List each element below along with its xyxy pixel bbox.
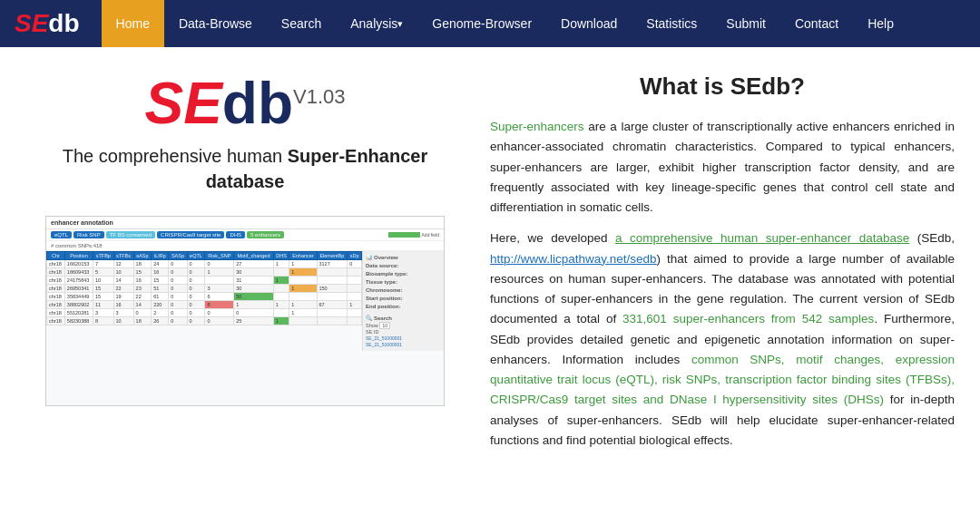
- right-panel: What is SEdb? Super-enhancers are a larg…: [472, 47, 980, 480]
- nav-analysis[interactable]: Analysis: [336, 0, 417, 47]
- logo-se: SE: [15, 9, 48, 38]
- hero-logo-db: db: [222, 71, 293, 136]
- nav-data-browse[interactable]: Data-Browse: [164, 0, 267, 47]
- description-text: Super-enhancers are a large cluster of t…: [490, 117, 955, 451]
- site-logo: SEdb: [15, 9, 80, 38]
- hero-logo-se: SE: [144, 71, 221, 136]
- nav-contact[interactable]: Contact: [780, 0, 853, 47]
- stats-text: 331,601 super-enhancers from 542 samples: [622, 312, 874, 325]
- nav-search[interactable]: Search: [267, 0, 336, 47]
- nav-help[interactable]: Help: [853, 0, 908, 47]
- nav-genome-browser[interactable]: Genome-Browser: [417, 0, 546, 47]
- mockup-data-table: ChrPositionsTFBpsTFBseASptLIRpSASpeQTLRi…: [46, 251, 362, 325]
- tagline: The comprehensive human Super-Enhancer d…: [63, 143, 427, 194]
- tagline-suffix: database: [206, 171, 285, 191]
- nav-download[interactable]: Download: [546, 0, 632, 47]
- nav-home[interactable]: Home: [102, 0, 164, 47]
- mockup-btn-risksnp[interactable]: Risk SNP: [74, 231, 104, 238]
- screenshot-mockup: enhancer annotation eQTL Risk SNP TF BS …: [45, 216, 445, 406]
- mockup-side-panel: 📊Overview Data source: Biosample type: T…: [362, 251, 444, 351]
- para2-start: Here, we developed: [490, 231, 615, 245]
- comprehensive-link[interactable]: a comprehensive human super-enhancer dat…: [615, 231, 909, 245]
- left-panel: SEdbV1.03 The comprehensive human Super-…: [0, 47, 472, 480]
- mockup-btn-tfbs[interactable]: TF BS conserved: [106, 231, 155, 238]
- nav-items: Home Data-Browse Search Analysis Genome-…: [102, 0, 908, 47]
- mockup-btn-enhancers[interactable]: 5 enhancers: [247, 231, 284, 238]
- para2-mid: (SEdb,: [909, 231, 955, 245]
- nav-submit[interactable]: Submit: [711, 0, 780, 47]
- page-title: What is SEdb?: [490, 73, 955, 101]
- mockup-btn-crispr[interactable]: CRISPR/Cas9 target site: [157, 231, 224, 238]
- paragraph-2: Here, we developed a comprehensive human…: [490, 228, 955, 451]
- mockup-table-area: ChrPositionsTFBpsTFBseASptLIRpSASpeQTLRi…: [46, 251, 362, 351]
- tagline-bold: Super-Enhancer: [288, 146, 428, 166]
- mockup-btn-eqtl[interactable]: eQTL: [51, 231, 72, 238]
- url-link[interactable]: http://www.licpathway.net/sedb: [490, 252, 657, 266]
- hero-logo: SEdbV1.03: [144, 74, 345, 132]
- paragraph1-text: are a large cluster of transcriptionally…: [490, 120, 955, 214]
- mockup-toolbar: eQTL Risk SNP TF BS conserved CRISPR/Cas…: [46, 229, 444, 241]
- super-enhancers-link[interactable]: Super-enhancers: [490, 120, 584, 133]
- logo-db: db: [48, 9, 79, 38]
- navbar: SEdb Home Data-Browse Search Analysis Ge…: [0, 0, 980, 47]
- mockup-header-label: enhancer annotation: [46, 217, 444, 229]
- paragraph-1: Super-enhancers are a large cluster of t…: [490, 117, 955, 218]
- mockup-content: ChrPositionsTFBpsTFBseASptLIRpSASpeQTLRi…: [46, 251, 444, 351]
- nav-statistics[interactable]: Statistics: [632, 0, 711, 47]
- hero-version: V1.03: [293, 85, 346, 108]
- mockup-btn-dhs[interactable]: DHS: [226, 231, 245, 238]
- tagline-prefix: The comprehensive human: [63, 146, 288, 166]
- main-content: SEdbV1.03 The comprehensive human Super-…: [0, 47, 980, 480]
